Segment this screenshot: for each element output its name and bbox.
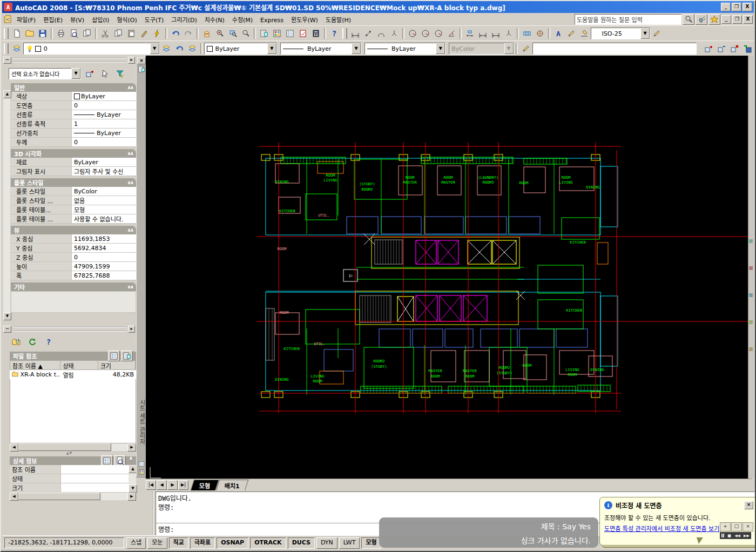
sheet-set-manager-button[interactable] [258,27,271,40]
tab-nav-button[interactable]: |◀ [146,480,156,490]
scroll-left-icon[interactable]: ◀ [10,493,18,501]
linetype-combo[interactable]: ByLayer ▼ [280,43,361,55]
property-row[interactable]: Y 중심5692,4834 [11,244,136,253]
xref-hscrollbar[interactable]: ◀ ▶ [10,443,136,451]
pause-icon[interactable] [721,534,724,537]
collapse-button[interactable]: − [3,57,11,64]
toggle-DUCS[interactable]: DUCS [288,537,315,549]
details-view-icon[interactable] [101,455,113,466]
close-icon[interactable]: × [137,57,146,64]
rewind-icon[interactable]: ◀◀ [734,534,740,538]
property-row[interactable]: 선종류ByLayer [11,110,136,119]
property-row[interactable]: Z 중심0 [11,253,136,262]
dim-arc-length-button[interactable] [375,27,388,40]
property-row[interactable]: 플롯 테이블 ...사용할 수 없습니다. [11,214,136,224]
help-button[interactable] [328,27,341,40]
menu-편집[interactable]: 편집(E) [39,16,66,25]
property-row[interactable]: 두께0 [11,138,136,147]
properties-button[interactable] [284,27,296,40]
plot-button[interactable] [55,27,68,40]
layer-previous-button[interactable] [173,42,186,55]
menu-파일[interactable]: 파일(F) [13,16,39,25]
quick-select-button[interactable] [113,67,126,80]
stop-icon[interactable]: ■ [727,534,731,538]
title-bar[interactable]: A AutoCAD 2008 - [S:₩78310 Phnom Penh IF… [2,1,754,13]
toggle-OSNAP[interactable]: OSNAP [217,537,248,549]
dim-radius-button[interactable] [406,27,419,40]
mini-icon[interactable] [749,239,753,243]
toggle-OTRACK[interactable]: OTRACK [250,537,286,549]
dim-diameter-button[interactable] [432,27,445,40]
toolbar-grip[interactable] [4,43,9,54]
dim-style-combo[interactable]: ISO-25 ▼ [591,28,650,39]
dim-continue-button[interactable] [489,27,502,40]
refedit-discard-button[interactable] [728,42,741,55]
section-header[interactable]: 3D 시각화∧∧ [11,149,136,158]
property-row[interactable]: 도면층0 [11,101,136,110]
dim-ordinate-button[interactable] [388,27,401,40]
chevron-down-icon[interactable]: ▼ [71,68,80,79]
section-header[interactable]: 뷰∧∧ [11,226,136,234]
menu-치수[interactable]: 치수(N) [201,16,228,25]
publish-button[interactable] [80,27,93,40]
property-row[interactable]: 높이47909,1599 [11,262,136,271]
favorites-star-icon[interactable] [708,14,720,25]
property-row[interactable]: 색상ByLayer [11,92,136,101]
property-row[interactable]: 플롯 테이블...모형 [11,205,136,214]
toggle-모형[interactable]: 모형 [361,537,381,549]
overlay-close-button[interactable]: × [742,522,753,531]
expand-arrow[interactable]: ▸ [128,326,135,333]
tab-nav-button[interactable]: ▶ [167,480,178,490]
save-button[interactable] [36,27,49,40]
toggle-pickadd-button[interactable] [83,67,96,80]
pan-button[interactable] [200,27,213,40]
center-mark-button[interactable] [534,27,546,40]
match-properties-button[interactable] [138,27,151,40]
palette-grab-bar[interactable]: − ▸ [2,57,136,64]
doc-close-button[interactable]: X [743,15,753,24]
selection-combo[interactable]: 선택 요소가 없습니다 ▼ [9,68,81,79]
settings-mini-icon[interactable] [138,469,145,475]
document-icon[interactable] [3,15,12,24]
dim-baseline-button[interactable] [476,27,489,40]
docked-toolbar-strip[interactable] [748,56,754,479]
open-button[interactable] [23,27,36,40]
tree-view-icon[interactable] [121,351,133,361]
zoom-window-button[interactable] [226,27,239,40]
toggle-극좌표[interactable]: 극좌표 [190,537,215,549]
close-button[interactable]: X [742,3,752,11]
toggle-LWT[interactable]: LWT [339,537,360,549]
property-row[interactable]: 그림자 표시그림자 주사 및 수신 [11,167,136,176]
dim-update-button[interactable] [578,27,591,40]
dim-edit-button[interactable] [552,27,565,40]
refresh-button[interactable] [26,335,39,348]
details-scrollbar[interactable]: ▲ ▼ [129,465,136,493]
collapse-button[interactable]: − [3,326,11,333]
drawing-canvas[interactable]: DININGROOMLIVING(STUDY)ROOM2ROOMMASTERRO… [146,56,752,479]
paste-button[interactable] [125,27,138,40]
communication-center-icon[interactable] [696,14,707,25]
markup-set-manager-button[interactable] [296,27,309,40]
menu-도움말[interactable]: 도움말(H) [322,16,355,25]
chevron-down-icon[interactable]: ▼ [150,43,159,54]
undo-button[interactable] [169,27,182,40]
details-hscrollbar[interactable]: ◀ ▶ [10,493,136,500]
refedit-remove-button[interactable] [715,42,728,55]
help-search-button[interactable] [683,14,694,25]
column-header[interactable]: 상태 [60,361,98,369]
lineweight-combo[interactable]: ByLayer ▼ [364,43,446,55]
menu-형식[interactable]: 형식(O) [113,16,140,25]
scroll-right-icon[interactable]: ▶ [127,443,136,452]
dim-angular-button[interactable] [445,27,458,40]
scroll-left-icon[interactable]: ◀ [10,443,18,452]
dim-break-button[interactable] [502,27,515,40]
mini-icon[interactable] [749,293,753,297]
menu-뷰[interactable]: 뷰(V) [66,16,88,25]
chevron-down-icon[interactable]: ▼ [436,43,445,54]
dim-style-manager-button[interactable] [650,27,663,40]
property-row[interactable]: 폭67825,7688 [11,271,136,280]
help-button[interactable] [42,335,55,348]
section-header[interactable]: 일반∧∧ [11,83,136,92]
forward-icon[interactable]: ▶▶ [744,534,750,538]
xref-row[interactable]: XR-A block t...열림48,2KB [10,370,136,379]
